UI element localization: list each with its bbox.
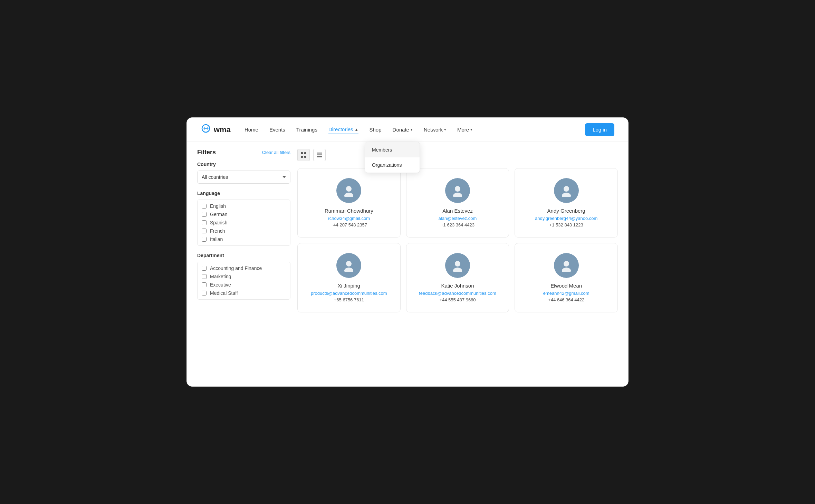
language-german-checkbox[interactable] bbox=[202, 212, 207, 217]
nav-more[interactable]: More ▾ bbox=[457, 125, 472, 134]
svg-point-14 bbox=[344, 268, 353, 272]
dept-marketing-checkbox[interactable] bbox=[202, 274, 207, 279]
department-label: Department bbox=[197, 253, 290, 258]
directories-chevron-icon: ▲ bbox=[355, 127, 358, 132]
language-checkbox-list: English German Spanish French bbox=[197, 200, 290, 246]
member-card[interactable]: Xi Jinping products@advancedcommunities.… bbox=[297, 243, 401, 312]
members-grid: Rumman Chowdhury rchow34@gmail.com +44 2… bbox=[297, 168, 618, 312]
department-checkbox-list: Accounting and Finance Marketing Executi… bbox=[197, 262, 290, 300]
svg-point-7 bbox=[346, 186, 352, 192]
nav-directories[interactable]: Directories ▲ bbox=[328, 125, 358, 134]
language-french[interactable]: French bbox=[202, 228, 286, 234]
svg-rect-2 bbox=[301, 156, 303, 158]
clear-filters-button[interactable]: Clear all filters bbox=[262, 150, 290, 155]
directories-dropdown: Members Organizations bbox=[365, 142, 420, 173]
dept-medical-checkbox[interactable] bbox=[202, 291, 207, 295]
nav-items: Home Events Trainings Directories ▲ Shop… bbox=[245, 125, 585, 134]
logo[interactable]: wma bbox=[201, 123, 231, 136]
nav-home[interactable]: Home bbox=[245, 125, 258, 134]
member-email: rchow34@gmail.com bbox=[328, 216, 370, 221]
language-spanish[interactable]: Spanish bbox=[202, 220, 286, 225]
nav-network[interactable]: Network ▾ bbox=[424, 125, 446, 134]
list-view-button[interactable] bbox=[313, 149, 326, 161]
dropdown-members[interactable]: Members bbox=[365, 142, 420, 157]
member-avatar bbox=[554, 178, 579, 203]
logo-icon bbox=[201, 123, 211, 136]
language-filter: Language English German Spanish bbox=[197, 191, 290, 246]
view-controls bbox=[297, 149, 618, 161]
grid-view-button[interactable] bbox=[297, 149, 310, 161]
language-english[interactable]: English bbox=[202, 203, 286, 209]
member-card[interactable]: Alan Estevez alan@estevez.com +1 623 364… bbox=[406, 168, 509, 238]
svg-point-18 bbox=[562, 268, 571, 272]
member-phone: +44 207 548 2357 bbox=[331, 222, 367, 227]
language-english-checkbox[interactable] bbox=[202, 204, 207, 209]
member-card[interactable]: Andy Greenberg andy.greenberg44@yahoo.co… bbox=[515, 168, 618, 238]
member-email: alan@estevez.com bbox=[439, 216, 477, 221]
language-french-checkbox[interactable] bbox=[202, 229, 207, 233]
member-email: products@advancedcommunities.com bbox=[311, 291, 387, 296]
svg-point-15 bbox=[455, 261, 460, 266]
svg-point-11 bbox=[564, 186, 569, 192]
network-chevron-icon: ▾ bbox=[444, 127, 446, 132]
svg-point-17 bbox=[564, 261, 569, 266]
member-card[interactable]: Rumman Chowdhury rchow34@gmail.com +44 2… bbox=[297, 168, 401, 238]
dept-accounting-checkbox[interactable] bbox=[202, 266, 207, 271]
member-name: Andy Greenberg bbox=[547, 208, 585, 214]
member-avatar bbox=[336, 178, 361, 203]
member-avatar bbox=[554, 253, 579, 278]
country-select[interactable]: All countries United Kingdom United Stat… bbox=[197, 171, 290, 184]
member-avatar bbox=[445, 178, 470, 203]
member-name: Elwood Mean bbox=[550, 283, 582, 289]
svg-point-9 bbox=[455, 186, 460, 192]
dept-accounting[interactable]: Accounting and Finance bbox=[202, 265, 286, 271]
member-phone: +44 555 487 9660 bbox=[439, 297, 476, 302]
nav-events[interactable]: Events bbox=[269, 125, 285, 134]
member-name: Rumman Chowdhury bbox=[325, 208, 373, 214]
language-spanish-checkbox[interactable] bbox=[202, 220, 207, 225]
sidebar: Filters Clear all filters Country All co… bbox=[197, 149, 290, 312]
member-phone: +44 646 364 4422 bbox=[548, 297, 584, 302]
country-filter: Country All countries United Kingdom Uni… bbox=[197, 162, 290, 184]
department-filter: Department Accounting and Finance Market… bbox=[197, 253, 290, 300]
svg-point-12 bbox=[562, 193, 571, 197]
country-label: Country bbox=[197, 162, 290, 167]
dropdown-organizations[interactable]: Organizations bbox=[365, 157, 420, 173]
filters-header: Filters Clear all filters bbox=[197, 149, 290, 156]
member-name: Alan Estevez bbox=[442, 208, 473, 214]
svg-rect-3 bbox=[304, 156, 306, 158]
language-italian[interactable]: Italian bbox=[202, 236, 286, 242]
language-german[interactable]: German bbox=[202, 212, 286, 217]
svg-point-16 bbox=[453, 268, 462, 272]
content-area: Rumman Chowdhury rchow34@gmail.com +44 2… bbox=[297, 149, 618, 312]
member-phone: +1 532 843 1223 bbox=[549, 222, 583, 227]
language-italian-checkbox[interactable] bbox=[202, 237, 207, 242]
language-label: Language bbox=[197, 191, 290, 196]
logo-text: wma bbox=[214, 125, 231, 134]
nav-donate[interactable]: Donate ▾ bbox=[393, 125, 413, 134]
svg-rect-5 bbox=[317, 155, 322, 156]
svg-point-8 bbox=[344, 193, 353, 197]
login-button[interactable]: Log in bbox=[585, 123, 614, 136]
svg-rect-4 bbox=[317, 153, 322, 154]
svg-point-13 bbox=[346, 261, 352, 266]
nav-shop[interactable]: Shop bbox=[370, 125, 382, 134]
list-icon bbox=[317, 152, 322, 158]
member-email: feedback@advancedcommunities.com bbox=[419, 291, 496, 296]
member-avatar bbox=[445, 253, 470, 278]
dept-executive-checkbox[interactable] bbox=[202, 282, 207, 287]
dept-medical[interactable]: Medical Staff bbox=[202, 290, 286, 296]
nav-trainings[interactable]: Trainings bbox=[296, 125, 317, 134]
dept-executive[interactable]: Executive bbox=[202, 282, 286, 288]
member-card[interactable]: Elwood Mean emeann42@gmail.com +44 646 3… bbox=[515, 243, 618, 312]
svg-rect-1 bbox=[304, 152, 306, 154]
grid-icon bbox=[301, 152, 306, 158]
member-phone: +1 623 364 4423 bbox=[441, 222, 474, 227]
member-phone: +65 6756 7611 bbox=[334, 297, 364, 302]
member-email: emeann42@gmail.com bbox=[543, 291, 589, 296]
more-chevron-icon: ▾ bbox=[470, 127, 472, 132]
member-name: Katie Johnson bbox=[441, 283, 474, 289]
dept-marketing[interactable]: Marketing bbox=[202, 274, 286, 279]
member-card[interactable]: Katie Johnson feedback@advancedcommuniti… bbox=[406, 243, 509, 312]
svg-point-10 bbox=[453, 193, 462, 197]
